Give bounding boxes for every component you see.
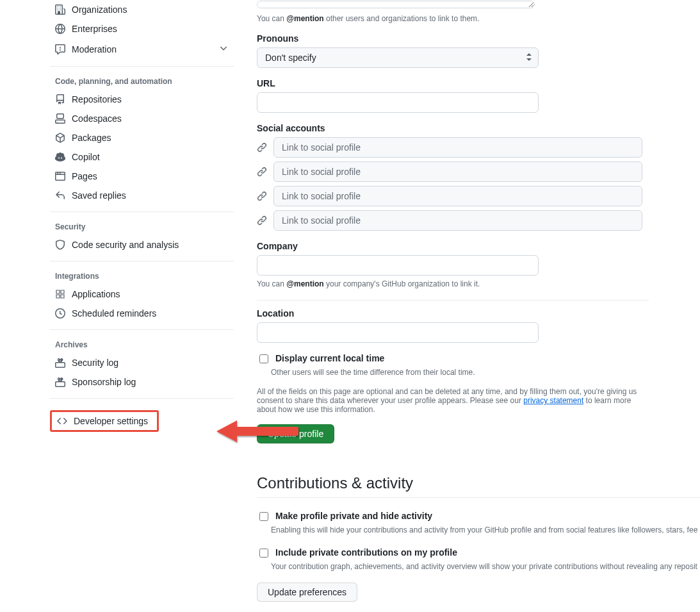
sidebar-item-organizations[interactable]: Organizations [50,0,234,19]
sidebar-item-security-log[interactable]: Security log [50,353,234,372]
private-profile-desc: Enabling this will hide your contributio… [271,525,700,534]
localtime-desc: Other users will see the time difference… [271,368,700,377]
reply-icon [55,190,65,201]
pronouns-select[interactable]: Don't specify [257,47,539,68]
social-row [257,186,645,206]
highlight-box: Developer settings [50,410,159,432]
log-icon [55,377,65,387]
sidebar-item-label: Copilot [72,152,100,162]
log-icon [55,358,65,368]
sidebar-item-copilot[interactable]: Copilot [50,147,234,167]
social-row [257,137,645,158]
link-icon [257,215,267,226]
social-input-1[interactable] [273,137,642,158]
browser-icon [55,171,65,181]
sidebar-item-label: Moderation [72,44,117,54]
sidebar-item-sponsorship-log[interactable]: Sponsorship log [50,372,234,392]
link-icon [257,191,267,201]
sidebar-item-repositories[interactable]: Repositories [50,90,234,109]
profile-form: You can @mention other users and organiz… [234,0,700,612]
private-profile-checkbox[interactable] [259,512,268,521]
repo-icon [55,94,65,104]
sidebar-item-label: Developer settings [74,416,148,426]
sidebar-item-label: Packages [72,133,111,143]
localtime-label: Display current local time [275,353,384,363]
sidebar-item-developer-settings[interactable]: Developer settings [52,412,157,430]
report-icon [55,44,65,54]
social-row [257,210,645,231]
globe-icon [55,24,65,34]
sidebar-item-label: Code security and analysis [72,240,179,250]
sidebar-item-label: Repositories [72,94,122,104]
contributions-heading: Contributions & activity [257,474,700,498]
url-input[interactable] [257,92,539,113]
sidebar-item-code-security[interactable]: Code security and analysis [50,235,234,254]
sidebar-item-packages[interactable]: Packages [50,128,234,147]
bio-textarea[interactable] [257,1,535,8]
sidebar-item-label: Codespaces [72,113,122,124]
copilot-icon [55,152,65,162]
sidebar-item-label: Pages [72,171,97,181]
clock-icon [55,308,65,318]
section-title-code: Code, planning, and automation [50,72,234,90]
divider [50,398,234,399]
organization-icon [55,4,65,15]
social-input-3[interactable] [273,186,642,206]
sidebar-item-scheduled-reminders[interactable]: Scheduled reminders [50,304,234,323]
private-contrib-checkbox[interactable] [259,549,268,558]
sidebar-item-pages[interactable]: Pages [50,167,234,186]
social-row [257,161,645,182]
divider [50,329,234,330]
divider [50,66,234,67]
private-contrib-desc: Your contribution graph, achievements, a… [271,562,700,571]
sidebar-item-label: Saved replies [72,190,126,201]
company-note: You can @mention your company's GitHub o… [257,279,700,288]
sidebar-item-enterprises[interactable]: Enterprises [50,19,234,38]
apps-icon [55,289,65,299]
settings-sidebar: Organizations Enterprises Moderation Cod… [0,0,234,612]
sidebar-item-label: Sponsorship log [72,377,136,387]
sidebar-item-applications[interactable]: Applications [50,285,234,304]
sidebar-item-label: Applications [72,289,120,299]
social-label: Social accounts [257,123,645,133]
sidebar-item-label: Security log [72,358,118,368]
section-title-archives: Archives [50,335,234,353]
privacy-link[interactable]: privacy statement [523,396,583,405]
sidebar-item-codespaces[interactable]: Codespaces [50,109,234,128]
package-icon [55,133,65,143]
update-profile-button[interactable]: Update profile [257,424,334,443]
location-label: Location [257,308,700,318]
shield-icon [55,240,65,250]
private-contrib-label: Include private contributions on my prof… [275,547,457,558]
bio-note: You can @mention other users and organiz… [257,14,700,23]
sidebar-item-label: Scheduled reminders [72,308,156,318]
section-title-integrations: Integrations [50,267,234,285]
social-input-4[interactable] [273,210,642,231]
link-icon [257,142,267,153]
update-preferences-button[interactable]: Update preferences [257,583,357,602]
disclosure-text: All of the fields on this page are optio… [257,387,644,414]
chevron-down-icon [218,43,229,55]
localtime-checkbox[interactable] [259,354,268,363]
divider [50,261,234,261]
sidebar-item-moderation[interactable]: Moderation [50,38,234,60]
link-icon [257,167,267,177]
company-input[interactable] [257,255,539,276]
company-label: Company [257,241,700,251]
sidebar-item-label: Enterprises [72,24,117,34]
divider [50,211,234,212]
location-input[interactable] [257,322,539,343]
pronouns-label: Pronouns [257,33,700,44]
section-title-security: Security [50,217,234,235]
code-icon [57,416,67,426]
sidebar-item-saved-replies[interactable]: Saved replies [50,186,234,205]
social-input-2[interactable] [273,161,642,182]
private-profile-label: Make profile private and hide activity [275,511,432,521]
codespaces-icon [55,113,65,124]
sidebar-item-label: Organizations [72,4,127,15]
divider [257,300,649,301]
url-label: URL [257,78,700,88]
